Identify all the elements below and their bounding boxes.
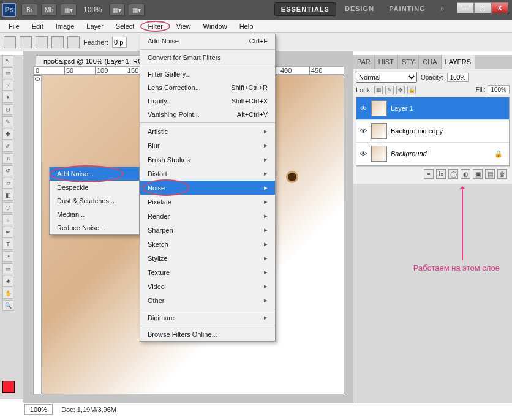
layer-item-layer1[interactable]: 👁 Layer 1 <box>356 97 509 120</box>
foreground-color-swatch[interactable] <box>2 381 15 393</box>
menu-digimarc[interactable]: Digimarc <box>140 310 275 324</box>
lock-pixels-icon[interactable]: ✎ <box>385 86 394 94</box>
menu-layer[interactable]: Layer <box>80 21 110 32</box>
tab-layers[interactable]: LAYERS <box>442 55 476 69</box>
history-brush-icon[interactable]: ↺ <box>2 165 13 176</box>
group-icon[interactable]: ▣ <box>473 169 483 179</box>
menu-other[interactable]: Other <box>140 293 275 307</box>
hand-tool-icon[interactable]: ✋ <box>2 288 13 299</box>
workspace-painting[interactable]: PAINTING <box>383 2 432 16</box>
menu-stylize[interactable]: Stylize <box>140 251 275 265</box>
menu-sharpen[interactable]: Sharpen <box>140 223 275 237</box>
bridge-button[interactable]: Br <box>21 4 37 16</box>
extras-button[interactable]: ▦▾ <box>129 4 145 16</box>
screenmode-button[interactable]: ▦▾ <box>61 4 77 16</box>
menu-artistic[interactable]: Artistic <box>140 124 275 138</box>
maximize-button[interactable]: □ <box>474 2 491 13</box>
menu-sketch[interactable]: Sketch <box>140 237 275 251</box>
zoom-tool-icon[interactable]: 🔍 <box>2 300 13 311</box>
blend-mode-select[interactable]: Normal <box>356 72 417 83</box>
adjustment-layer-icon[interactable]: ◐ <box>461 169 470 179</box>
blur-tool-icon[interactable]: ◌ <box>2 202 13 213</box>
menu-render[interactable]: Render <box>140 209 275 223</box>
submenu-dust-scratches[interactable]: Dust & Scratches... <box>50 194 139 208</box>
menu-last-filter[interactable]: Add Noise Ctrl+F <box>140 34 275 48</box>
eraser-tool-icon[interactable]: ▱ <box>2 178 13 189</box>
menu-blur[interactable]: Blur <box>140 138 275 152</box>
type-tool-icon[interactable]: T <box>2 239 13 250</box>
tab-channels[interactable]: CHA <box>419 55 441 69</box>
3d-tool-icon[interactable]: ◈ <box>2 276 13 287</box>
submenu-median[interactable]: Median... <box>50 208 139 221</box>
opacity-value[interactable]: 100% <box>447 73 469 82</box>
menu-convert-smart[interactable]: Convert for Smart Filters <box>140 51 275 64</box>
marquee-col-icon[interactable] <box>67 36 80 48</box>
layer-item-bgcopy[interactable]: 👁 Background copy <box>356 120 509 143</box>
tab-styles[interactable]: STY <box>398 55 419 69</box>
lock-transparent-icon[interactable]: ▦ <box>374 86 383 94</box>
workspace-more-icon[interactable]: » <box>434 2 451 16</box>
visibility-icon[interactable]: 👁 <box>359 149 367 158</box>
dodge-tool-icon[interactable]: ○ <box>2 214 13 225</box>
wand-tool-icon[interactable]: ✦ <box>2 92 13 103</box>
menu-select[interactable]: Select <box>110 21 141 32</box>
lock-all-icon[interactable]: 🔒 <box>407 86 416 94</box>
delete-layer-icon[interactable]: 🗑 <box>497 169 507 179</box>
lock-position-icon[interactable]: ✥ <box>396 86 405 94</box>
workspace-design[interactable]: DESIGN <box>339 2 380 16</box>
menu-noise[interactable]: Noise <box>140 181 275 195</box>
submenu-reduce-noise[interactable]: Reduce Noise... <box>50 221 139 234</box>
menu-brush-strokes[interactable]: Brush Strokes <box>140 152 275 167</box>
menu-distort[interactable]: Distort <box>140 167 275 181</box>
close-button[interactable]: X <box>491 2 508 13</box>
layer-mask-icon[interactable]: ◯ <box>448 169 458 179</box>
crop-tool-icon[interactable]: ⊡ <box>2 104 13 115</box>
layer-thumbnail[interactable] <box>371 146 387 162</box>
document-tab[interactable]: проба.psd @ 100% (Layer 1, RG <box>36 55 151 67</box>
move-tool-icon[interactable]: ↖ <box>2 55 13 66</box>
menu-filter-gallery[interactable]: Filter Gallery... <box>140 67 275 81</box>
feather-input[interactable] <box>112 37 127 48</box>
tab-paragraph[interactable]: PAR <box>353 55 375 69</box>
layer-thumbnail[interactable] <box>371 100 387 116</box>
new-layer-icon[interactable]: ▤ <box>485 169 495 179</box>
menu-help[interactable]: Help <box>233 21 260 32</box>
lasso-tool-icon[interactable]: ⟋ <box>2 80 13 91</box>
menu-file[interactable]: File <box>2 21 26 32</box>
menu-image[interactable]: Image <box>50 21 81 32</box>
menu-texture[interactable]: Texture <box>140 265 275 279</box>
brush-tool-icon[interactable]: ✐ <box>2 141 13 152</box>
marquee-rect-icon[interactable] <box>20 36 32 48</box>
layer-item-background[interactable]: 👁 Background 🔒 <box>356 143 509 165</box>
menu-edit[interactable]: Edit <box>26 21 50 32</box>
tab-histogram[interactable]: HIST <box>375 55 398 69</box>
gradient-tool-icon[interactable]: ◧ <box>2 190 13 201</box>
visibility-icon[interactable]: 👁 <box>359 104 367 113</box>
menu-vanishing-point[interactable]: Vanishing Point...Alt+Ctrl+V <box>140 108 275 121</box>
minibridge-button[interactable]: Mb <box>41 4 57 16</box>
pen-tool-icon[interactable]: ✒ <box>2 227 13 238</box>
tool-preset-icon[interactable] <box>4 36 16 48</box>
eyedropper-tool-icon[interactable]: ✎ <box>2 116 13 127</box>
status-zoom[interactable]: 100% <box>24 404 53 415</box>
minimize-button[interactable]: – <box>457 2 474 13</box>
visibility-icon[interactable]: 👁 <box>359 127 367 135</box>
submenu-add-noise[interactable]: Add Noise... <box>50 167 139 181</box>
layer-thumbnail[interactable] <box>371 123 387 139</box>
status-docinfo[interactable]: Doc: 1,19M/3,96M <box>61 406 116 413</box>
zoom-level[interactable]: 100% <box>83 6 102 14</box>
arrange-docs-button[interactable]: ▦▾ <box>109 4 125 16</box>
submenu-despeckle[interactable]: Despeckle <box>50 181 139 194</box>
path-tool-icon[interactable]: ↗ <box>2 251 13 262</box>
menu-browse-filters[interactable]: Browse Filters Online... <box>140 328 275 341</box>
menu-video[interactable]: Video <box>140 279 275 293</box>
marquee-ellipse-icon[interactable] <box>36 36 48 48</box>
stamp-tool-icon[interactable]: ⎌ <box>2 153 13 164</box>
marquee-tool-icon[interactable]: ▭ <box>2 67 13 78</box>
menu-filter[interactable]: Filter <box>140 21 170 32</box>
menu-window[interactable]: Window <box>197 21 233 32</box>
workspace-essentials[interactable]: ESSENTIALS <box>274 2 336 16</box>
menu-liquify[interactable]: Liquify...Shift+Ctrl+X <box>140 94 275 108</box>
marquee-row-icon[interactable] <box>51 36 64 48</box>
menu-lens-correction[interactable]: Lens Correction...Shift+Ctrl+R <box>140 81 275 94</box>
